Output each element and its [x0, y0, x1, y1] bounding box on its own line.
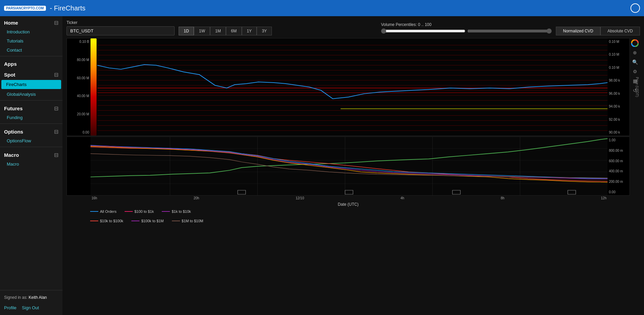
- options-section-header: Options ⊟: [0, 125, 62, 136]
- cvd-buttons: Normalized CVD Absolute CVD: [556, 27, 640, 35]
- price-y-3: 98.00 k: [609, 79, 629, 82]
- bottom-links: Profile Sign Out: [0, 303, 62, 312]
- sidebar-item-introduction[interactable]: Introduction: [0, 27, 62, 36]
- time-btn-1d[interactable]: 1D: [179, 27, 194, 35]
- price-y-7: 90.00 k: [609, 131, 629, 134]
- zoom-icon[interactable]: 🔍: [631, 58, 639, 66]
- crosshair-icon[interactable]: ⊕: [631, 49, 639, 56]
- heatmap-y-axis-right: 0.10 M 0.10 M 0.10 M 98.00 k 96.00 k 94.…: [608, 38, 629, 136]
- legend-line-10k-100k: [90, 221, 98, 221]
- legend-100k-1m: $100k to $1M: [131, 219, 164, 223]
- macro-toggle-icon[interactable]: ⊟: [54, 152, 58, 158]
- cvd-y-1: 800.00 m: [609, 149, 629, 152]
- legend-all-orders: All Orders: [90, 209, 117, 213]
- cvd-y-axis-left: [67, 137, 91, 195]
- cvd-y-2: 600.00 m: [609, 159, 629, 163]
- cvd-y-3: 400.00 m: [609, 169, 629, 173]
- time-btn-1m[interactable]: 1M: [210, 27, 226, 35]
- sidebar-item-funding[interactable]: Funding: [0, 113, 62, 122]
- legend-1k-10k: $1k to $10k: [162, 209, 191, 213]
- legend-10k-100k: $10k to $100k: [90, 219, 123, 223]
- legend-line-1k-10k: [162, 211, 170, 212]
- color-wheel-icon[interactable]: [631, 39, 639, 47]
- legend-label-all-orders: All Orders: [100, 209, 117, 213]
- signout-link[interactable]: Sign Out: [22, 305, 39, 310]
- legend-area: All Orders $100 to $1k $1k to $10k $10k …: [67, 207, 630, 226]
- cvd-btn-absolute[interactable]: Absolute CVD: [600, 27, 640, 35]
- sidebar-item-firecharts[interactable]: FireCharts: [1, 80, 61, 89]
- legend-line-1m-10m: [172, 221, 180, 221]
- home-toggle-icon[interactable]: ⊟: [54, 20, 58, 26]
- topbar-title: - FireCharts: [50, 4, 86, 12]
- time-btn-1w[interactable]: 1W: [194, 27, 210, 35]
- ticker-input[interactable]: [67, 26, 175, 35]
- time-btn-1y[interactable]: 1Y: [242, 27, 257, 35]
- sidebar-item-contact[interactable]: Contact: [0, 46, 62, 55]
- cvd-y-axis-right: 1.00 800.00 m 600.00 m 400.00 m 200.00 m…: [608, 137, 629, 195]
- time-btn-3y[interactable]: 3Y: [257, 27, 272, 35]
- heatmap-y-3: 40.00 M: [67, 94, 89, 98]
- profile-link[interactable]: Profile: [4, 305, 17, 310]
- legend-label-100-1k: $100 to $1k: [134, 209, 154, 213]
- signed-in-label: Signed in as:: [4, 295, 27, 300]
- ticker-label: Ticker: [67, 20, 175, 25]
- futures-section-header: Futures ⊟: [0, 102, 62, 113]
- main-layout: Home ⊟ Introduction Tutorials Contact Ap…: [0, 16, 644, 315]
- volume-section: Volume Percentiles: 0 .. 100: [381, 22, 552, 34]
- volume-slider-row: [381, 28, 552, 34]
- home-section-header: Home ⊟: [0, 16, 62, 27]
- price-y-2: 0.10 M: [609, 66, 629, 69]
- svg-rect-22: [91, 137, 608, 195]
- price-y-0: 0.10 M: [609, 40, 629, 44]
- macro-label: Macro: [4, 152, 19, 158]
- x-axis-label: Date (UTC): [67, 202, 630, 207]
- x-label-0: 16h: [92, 196, 97, 200]
- heatmap-y-1: 80.00 M: [67, 58, 89, 62]
- heatmap-body: [91, 38, 608, 136]
- x-label-3: 4h: [401, 196, 404, 200]
- user-circle-icon[interactable]: [630, 3, 640, 13]
- price-axis-label: Price (USDT): [635, 77, 639, 97]
- logo: PARSIANCRYPTO.COM - FireCharts: [4, 4, 85, 12]
- futures-label: Futures: [4, 106, 23, 111]
- volume-slider-max[interactable]: [467, 28, 552, 34]
- signed-in-name: Keith Alan: [29, 295, 47, 300]
- content-area: Ticker 1D 1W 1M 6M 1Y 3Y Volume Percenti…: [62, 16, 644, 315]
- x-axis: 16h 20h 12/10 4h 8h 12h: [90, 196, 608, 201]
- legend-1m-10m: $1M to $10M: [172, 219, 203, 223]
- spot-section-header: Spot ⊟: [0, 68, 62, 79]
- home-label: Home: [4, 20, 18, 26]
- sidebar-item-macro[interactable]: Macro: [0, 160, 62, 169]
- x-label-1: 20h: [194, 196, 199, 200]
- legend-line-all-orders: [90, 211, 98, 212]
- cvd-y-4: 200.00 m: [609, 180, 629, 183]
- ticker-section: Ticker: [67, 20, 175, 35]
- legend-label-10k-100k: $10k to $100k: [100, 219, 123, 223]
- chart-main: 0.10 B 80.00 M 60.00 M 40.00 M 20.00 M 0…: [67, 38, 630, 311]
- heatmap-container: 0.10 B 80.00 M 60.00 M 40.00 M 20.00 M 0…: [67, 38, 630, 136]
- legend-label-100k-1m: $100k to $1M: [141, 219, 164, 223]
- apps-section-header: Apps: [0, 58, 62, 68]
- options-toggle-icon[interactable]: ⊟: [54, 128, 58, 135]
- signed-in-info: Signed in as: Keith Alan: [0, 292, 62, 303]
- legend-line-100-1k: [125, 211, 133, 212]
- cvd-btn-normalized[interactable]: Normalized CVD: [556, 27, 600, 35]
- chart-area: 0.10 B 80.00 M 60.00 M 40.00 M 20.00 M 0…: [67, 38, 640, 311]
- sidebar-item-globalanalysis[interactable]: GlobalAnalysis: [0, 90, 62, 99]
- futures-toggle-icon[interactable]: ⊟: [54, 105, 58, 112]
- sidebar-item-tutorials[interactable]: Tutorials: [0, 36, 62, 46]
- sidebar-item-optionsflow[interactable]: OptionsFlow: [0, 136, 62, 145]
- time-btn-6m[interactable]: 6M: [226, 27, 242, 35]
- sidebar: Home ⊟ Introduction Tutorials Contact Ap…: [0, 16, 62, 315]
- macro-section-header: Macro ⊟: [0, 148, 62, 160]
- heatmap-svg: [97, 38, 608, 136]
- cvd-container: 1.00 800.00 m 600.00 m 400.00 m 200.00 m…: [67, 137, 630, 196]
- logo-text: PARSIANCRYPTO.COM: [4, 6, 46, 11]
- volume-slider-min[interactable]: [381, 28, 465, 34]
- heatmap-y-5: 0.00: [67, 131, 89, 134]
- price-y-4: 96.00 k: [609, 92, 629, 95]
- settings-icon[interactable]: ⚙: [631, 68, 639, 75]
- x-label-4: 8h: [501, 196, 505, 200]
- legend-label-1k-10k: $1k to $10k: [172, 209, 191, 213]
- spot-toggle-icon[interactable]: ⊟: [54, 71, 58, 78]
